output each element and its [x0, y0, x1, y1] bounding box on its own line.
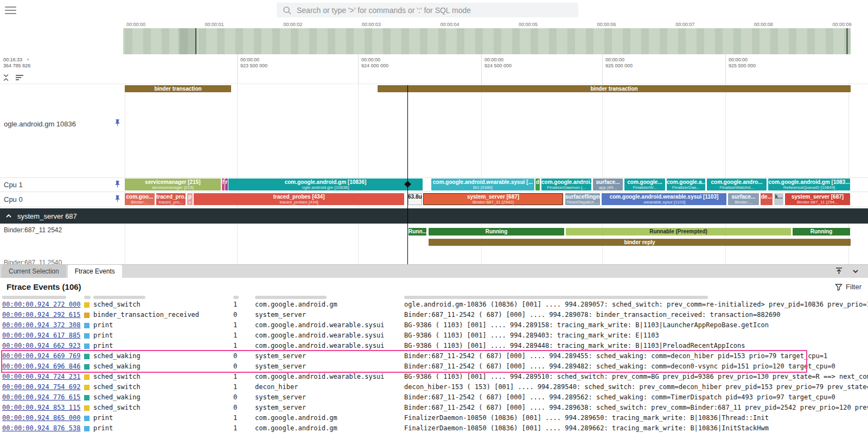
cpu-slice[interactable]: traced_probes [434]traced_probes [434] — [194, 193, 404, 205]
cpu-slice[interactable]: surface...app [49... — [593, 179, 623, 190]
ftrace-row[interactable]: 00:00:00.924 876 538print1com.google.and… — [0, 423, 868, 434]
minimap-overview[interactable] — [123, 28, 851, 54]
binder-reply-slice[interactable]: binder reply — [429, 239, 851, 246]
event-color-chip — [84, 395, 90, 400]
ftrace-timestamp[interactable]: 00:00:00.924 865 000 — [0, 413, 84, 423]
gridline — [725, 84, 726, 264]
ftrace-timestamp[interactable]: 00:00:00.924 372 308 — [0, 320, 84, 330]
ftrace-timestamp[interactable]: 00:00:00.924 669 769 — [0, 351, 84, 361]
ftrace-process: system_server — [255, 403, 404, 413]
ftrace-event-name: print — [84, 423, 233, 434]
track-options-icon[interactable] — [15, 74, 25, 81]
cpu-slice[interactable]: r — [225, 179, 228, 190]
ftrace-row[interactable]: 00:00:00.924 272 000sched_switch1com.goo… — [0, 300, 868, 310]
ftrace-row[interactable]: 00:00:00.924 865 000print1com.google.and… — [0, 413, 868, 423]
panel-title: Ftrace Events (106) — [7, 282, 81, 291]
cpu-slice[interactable]: com.google.android.gm [10836]ogle.androi… — [228, 179, 423, 190]
thread-state-slice[interactable]: Runn... — [409, 228, 426, 236]
cpu-slice[interactable]: com.goo...Binder:... — [125, 193, 155, 205]
thread-state-slice[interactable]: Runnable (Preempted) — [566, 228, 791, 236]
cpu-slice[interactable]: com.google.android.wearable.sysui [...BG… — [431, 179, 534, 190]
cpu-slice[interactable]: com.google.a...FinalizerDae... — [667, 179, 705, 190]
ftrace-row[interactable]: 00:00:00.924 617 885print1com.google.and… — [0, 330, 868, 341]
dock-panel-icon[interactable] — [835, 267, 843, 275]
ftrace-process: system_server — [255, 310, 404, 320]
ftrace-args: BG-9386 ( 1103) [001] .... 994.289448: t… — [404, 341, 868, 351]
ftrace-row[interactable]: 00:00:00.924 853 115sched_switch0system_… — [0, 403, 868, 413]
ftrace-row[interactable]: 00:00:00.924 662 923print1com.google.and… — [0, 341, 868, 351]
cpu-slice[interactable]: surface...Binder:... — [728, 193, 759, 205]
ftrace-row[interactable]: 00:00:00.924 724 231sched_switch1com.goo… — [0, 372, 868, 382]
event-color-chip — [84, 405, 90, 411]
cpu-slice[interactable]: com.google.android.wearable.sysui [1103]… — [602, 193, 726, 205]
minimap-right-edge — [846, 28, 848, 54]
thread-state-slice[interactable]: Running — [793, 228, 850, 236]
ftrace-timestamp[interactable]: 00:00:00.924 853 115 — [0, 403, 84, 413]
ftrace-row[interactable]: 00:00:00.924 776 615sched_waking0system_… — [0, 392, 868, 403]
cpu-slice[interactable]: system_server [687]Binder:687_11 [254... — [785, 193, 850, 205]
selection-marker-line — [407, 85, 408, 264]
tab-current-selection[interactable]: Current Selection — [2, 265, 66, 278]
cpu-slice[interactable]: com.google.android.gm [1083...ReferenceQ… — [768, 179, 850, 190]
event-color-chip — [84, 323, 90, 328]
cpu-slice[interactable]: system_server [687]Binder:687_11 [2542] — [423, 193, 563, 205]
ftrace-timestamp[interactable]: 00:00:00.924 776 615 — [0, 392, 84, 403]
cpu-slice[interactable]: surfaceflinger...TimerDispatch ... — [565, 193, 600, 205]
ftrace-timestamp[interactable]: 00:00:00.924 617 885 — [0, 330, 84, 341]
collapse-tracks-icon[interactable] — [2, 73, 10, 82]
process-group-header[interactable]: system_server 687 — [0, 208, 868, 224]
binder-transaction-slice[interactable]: binder transaction — [378, 85, 851, 92]
omnibox[interactable] — [277, 3, 578, 17]
cpu-slice[interactable]: servicemanager [215]servicemanager [215] — [125, 179, 221, 190]
cpu-slice[interactable]: f — [222, 179, 225, 190]
minimap-time-label: 00:00:06 — [597, 22, 616, 27]
cpu-slice[interactable]: com.google...FinalizerW... — [624, 179, 665, 190]
binder-transaction-slice[interactable]: binder transaction — [125, 85, 231, 92]
track-name-partial[interactable]: Binder:687_11 2540 — [4, 259, 62, 264]
ftrace-timestamp[interactable]: 00:00:00.924 292 615 — [0, 310, 84, 320]
ftrace-timestamp[interactable]: 00:00:00.924 754 692 — [0, 382, 84, 392]
ftrace-row[interactable]: 00:00:00.924 292 615binder_transaction_r… — [0, 310, 868, 320]
ftrace-timestamp[interactable]: 00:00:00.924 662 923 — [0, 341, 84, 351]
menu-icon[interactable] — [5, 7, 16, 14]
track-separator — [0, 207, 868, 207]
ftrace-process: system_server — [255, 351, 404, 361]
gridline — [481, 84, 482, 264]
ftrace-timestamp[interactable]: 00:00:00.924 724 231 — [0, 372, 84, 382]
cpu-slice[interactable]: k... — [774, 193, 783, 205]
ftrace-row[interactable]: 00:00:00.924 754 692sched_switch1decon_h… — [0, 382, 868, 392]
search-input[interactable] — [297, 6, 573, 15]
ftrace-process: com.google.android.wearable.sysui — [255, 320, 404, 330]
ftrace-timestamp[interactable]: 00:00:00.924 272 000 — [0, 300, 84, 310]
ftrace-timestamp[interactable]: 00:00:00.924 876 538 — [0, 423, 84, 434]
filter-label: Filter — [846, 283, 861, 291]
ftrace-timestamp[interactable]: 00:00:00.924 696 846 — [0, 361, 84, 372]
cpu-slice[interactable]: com.google.andro...FinalizerWatchd... — [707, 179, 767, 190]
cpu-slice[interactable]: d — [535, 179, 540, 190]
cpu-slice[interactable]: pp — [187, 193, 193, 205]
cpu-slice[interactable]: 63.8us — [408, 193, 422, 205]
ftrace-row[interactable]: 00:00:00.924 696 846sched_waking0system_… — [0, 361, 868, 372]
gridline — [237, 84, 238, 264]
thread-state-slice[interactable]: Running — [429, 228, 564, 236]
tab-ftrace-events[interactable]: Ftrace Events — [68, 265, 122, 278]
event-color-chip — [84, 302, 90, 308]
timeline-tracks: binder transactionbinder transaction ogl… — [0, 84, 868, 264]
cpu-slice[interactable]: com.google.androi...FinalizerDaemon [... — [541, 179, 591, 190]
cpu-slice[interactable]: de... — [761, 193, 773, 205]
ftrace-row[interactable]: 00:00:00.924 372 308print1com.google.and… — [0, 320, 868, 330]
collapse-panel-icon[interactable] — [852, 268, 859, 275]
group-header-label: system_server 687 — [17, 212, 77, 220]
pin-icon[interactable] — [114, 118, 121, 127]
ftrace-row[interactable]: 00:00:00.924 669 769sched_waking0system_… — [0, 351, 868, 361]
ftrace-args: FinalizerDaemon-10850 (10836) [001] ....… — [404, 423, 868, 434]
minimap-time-label: 00:00:01 — [205, 22, 224, 27]
track-name-process[interactable]: ogle.android.gm 10836 — [4, 120, 76, 128]
ftrace-event-name: sched_switch — [84, 372, 233, 382]
filter-button[interactable]: Filter — [835, 283, 861, 291]
cpu-slice[interactable]: traced_pro...traced_pro... — [156, 193, 186, 205]
binder-reply-row: binder reply — [0, 239, 868, 246]
time-ruler: 00:16:33+ 364 785 828 00:00:00923 500 00… — [0, 54, 868, 84]
chevron-up-icon — [5, 212, 12, 220]
ftrace-cpu: 1 — [233, 413, 255, 423]
